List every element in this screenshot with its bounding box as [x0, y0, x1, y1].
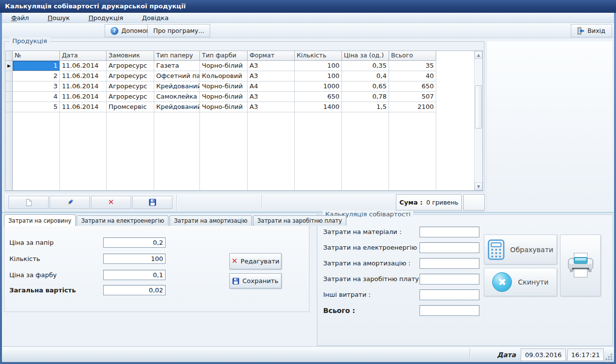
grid-cell[interactable]: 0,35	[342, 61, 389, 71]
grid-cell[interactable]: 40	[389, 71, 436, 81]
edit-button[interactable]: ✕ Редагувати	[229, 253, 281, 269]
calculate-button[interactable]: Обрахувати	[484, 234, 557, 264]
menu-search[interactable]: Пошук	[41, 13, 76, 23]
about-button-label: Про програму...	[153, 27, 204, 34]
grid-cell[interactable]: Чорно-білий	[200, 81, 248, 92]
grid-cell[interactable]: 650	[295, 92, 342, 102]
grid-cell[interactable]: А3	[248, 71, 295, 81]
grid-column-header[interactable]: Формат	[248, 51, 295, 61]
grid-cell[interactable]: Агроресурс	[107, 92, 154, 102]
scroll-up-icon[interactable]: ▲	[475, 51, 482, 59]
grid-column-header[interactable]: Замовник	[107, 51, 154, 61]
grid-column-header[interactable]: Ціна за (од.)	[342, 51, 389, 61]
grid-cell[interactable]: А3	[248, 102, 295, 112]
grid-column-header[interactable]: Тип паперу	[154, 51, 200, 61]
grid-cell[interactable]: А3	[248, 61, 295, 71]
other-cost-field[interactable]	[420, 289, 479, 300]
grid-cell[interactable]: 1000	[295, 81, 342, 92]
grid-cell[interactable]: 0,4	[342, 71, 389, 81]
grid-cell[interactable]: Самоклейка	[154, 92, 200, 102]
quantity-field[interactable]	[103, 254, 166, 264]
grid-cell[interactable]: Чорно-білий	[200, 61, 248, 71]
wages-cost-field[interactable]	[420, 274, 479, 285]
grid-cell[interactable]: Офсетний папір	[154, 71, 200, 81]
table-row[interactable]: 411.06.2014АгроресурсСамоклейкаЧорно-біл…	[6, 92, 482, 102]
amortization-cost-field[interactable]	[420, 258, 479, 269]
grid-cell[interactable]: 1,5	[342, 102, 389, 112]
tab-electricity[interactable]: Затрати на електроенергію	[77, 215, 168, 226]
materials-cost-field[interactable]	[420, 227, 479, 237]
menu-help[interactable]: Довідка	[136, 13, 175, 23]
row-indicator	[6, 102, 13, 112]
grid-cell[interactable]: 1	[13, 61, 60, 71]
grid-cell[interactable]: 11.06.2014	[60, 92, 107, 102]
grid-cell[interactable]: Агроресурс	[107, 71, 154, 81]
grid-column-header[interactable]: Дата	[60, 51, 107, 61]
tab-raw-materials[interactable]: Затрати на сировину	[4, 214, 76, 226]
electricity-cost-field[interactable]	[420, 242, 479, 253]
grid-cell[interactable]: 35	[389, 61, 436, 71]
tab-amortization[interactable]: Затрати на амортизацію	[169, 215, 252, 226]
resize-grip[interactable]	[605, 353, 612, 360]
total-cost-field[interactable]	[103, 285, 166, 295]
edit-record-button[interactable]	[50, 196, 90, 209]
grid-cell[interactable]: 2100	[389, 102, 436, 112]
floppy-disk-icon	[232, 278, 239, 285]
grid-cell[interactable]: Агроресурс	[107, 81, 154, 92]
grid-cell[interactable]: А3	[248, 92, 295, 102]
reset-button[interactable]: ✖ Скинути	[484, 268, 557, 296]
grid-cell[interactable]: 507	[389, 92, 436, 102]
grid-cell[interactable]: 0,78	[342, 92, 389, 102]
grid-column-header[interactable]: №	[13, 51, 60, 61]
grid-cell[interactable]: 5	[13, 102, 60, 112]
grid-cell[interactable]: 11.06.2014	[60, 81, 107, 92]
grid-cell[interactable]: 100	[295, 61, 342, 71]
grid-cell[interactable]: Газета	[154, 61, 200, 71]
delete-record-button[interactable]: ✕	[91, 196, 131, 209]
grid-cell[interactable]: 4	[13, 92, 60, 102]
grid-cell[interactable]: Крейдований папір	[154, 102, 200, 112]
grand-total-field[interactable]	[420, 305, 479, 316]
print-button[interactable]	[560, 234, 601, 296]
grid-cell[interactable]: 0,65	[342, 81, 389, 92]
table-row[interactable]: 211.06.2014АгроресурсОфсетний папірКольо…	[6, 71, 482, 81]
tab-wages[interactable]: Затрати на заробітню плату	[253, 215, 346, 226]
grid-cell[interactable]: Промсервіс	[107, 102, 154, 112]
grid-cell[interactable]: Крейдований папір	[154, 81, 200, 92]
grid-cell[interactable]: 1400	[295, 102, 342, 112]
grid-vertical-scrollbar[interactable]: ▲ ▼	[474, 51, 482, 190]
grid-cell[interactable]: 11.06.2014	[60, 61, 107, 71]
grid-cell[interactable]: Чорно-білий	[200, 102, 248, 112]
exit-button[interactable]: Вихід	[571, 24, 612, 37]
grid-filler-column	[107, 112, 154, 190]
table-row[interactable]: 311.06.2014АгроресурсКрейдований папірЧо…	[6, 81, 482, 92]
grid-cell[interactable]: 650	[389, 81, 436, 92]
grid-cell[interactable]: Кольоровий	[200, 71, 248, 81]
menu-file[interactable]: Файл	[5, 13, 35, 23]
window-title-bar[interactable]: Калькуляція собівартості друкарської про…	[0, 0, 616, 13]
save-button[interactable]: Сохранить	[229, 273, 281, 288]
scroll-down-icon[interactable]: ▼	[475, 182, 482, 190]
grid-cell[interactable]: 2	[13, 71, 60, 81]
grid-column-header[interactable]: Всього	[389, 51, 436, 61]
table-row[interactable]: 511.06.2014ПромсервісКрейдований папірЧо…	[6, 102, 482, 112]
grid-cell[interactable]: Чорно-білий	[200, 92, 248, 102]
scrollbar-thumb[interactable]	[475, 85, 482, 129]
grid-cell[interactable]: 100	[295, 71, 342, 81]
table-row[interactable]: ▶111.06.2014АгроресурсГазетаЧорно-білийА…	[6, 61, 482, 71]
reset-x-icon: ✖	[492, 272, 512, 292]
grid-cell[interactable]: Агроресурс	[107, 61, 154, 71]
new-record-button[interactable]	[8, 196, 49, 209]
materials-cost-label: Затрати на матеріали :	[323, 227, 401, 237]
grid-cell[interactable]: 3	[13, 81, 60, 92]
save-record-button[interactable]	[132, 196, 172, 209]
paint-price-field[interactable]	[103, 270, 166, 280]
about-button[interactable]: Про програму...	[147, 24, 210, 37]
grid-cell[interactable]: 11.06.2014	[60, 71, 107, 81]
menu-products[interactable]: Продукція	[82, 13, 130, 23]
paper-price-field[interactable]	[103, 237, 166, 248]
grid-cell[interactable]: А4	[248, 81, 295, 92]
grid-cell[interactable]: 11.06.2014	[60, 102, 107, 112]
grid-column-header[interactable]: Кількість	[295, 51, 342, 61]
grid-column-header[interactable]: Тип фарби	[200, 51, 248, 61]
